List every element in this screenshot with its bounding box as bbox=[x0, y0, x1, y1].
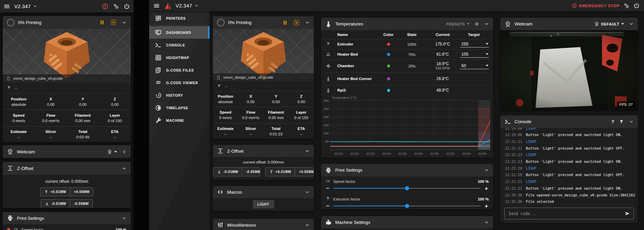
machine-settings-header: Machine Settings bbox=[321, 216, 493, 228]
zoffset-button-label: +0.01MM bbox=[276, 170, 291, 174]
stats-cell: Layer0 of 150 bbox=[289, 107, 314, 123]
chevron-down-icon[interactable] bbox=[305, 223, 310, 228]
speed-factor-track[interactable] bbox=[334, 188, 481, 189]
zoffset-button[interactable]: +0.01MM bbox=[40, 188, 70, 196]
chevron-down-icon[interactable] bbox=[122, 166, 127, 171]
color-cell[interactable] bbox=[379, 53, 398, 56]
status-card-header: 0% Printing bbox=[213, 16, 314, 29]
chevron-down-icon[interactable] bbox=[305, 149, 310, 154]
svg-text:50: 50 bbox=[325, 139, 329, 143]
sidebar-item-g-code-files[interactable]: G-CODE FILES bbox=[149, 64, 209, 76]
chevron-down-icon[interactable] bbox=[122, 20, 127, 25]
interface-settings-icon[interactable] bbox=[113, 3, 119, 10]
webcam-selector[interactable]: DEFAULT bbox=[594, 21, 624, 26]
svg-text:22:26: 22:26 bbox=[398, 152, 406, 155]
sidebar-item-g-code-viewer[interactable]: 3DG-CODE VIEWER bbox=[149, 76, 209, 89]
cancel-print-button[interactable] bbox=[110, 19, 117, 26]
menu-icon[interactable] bbox=[153, 2, 160, 9]
console-command: LIGHT bbox=[526, 128, 537, 130]
zoffset-button-label: -0.01MM bbox=[51, 202, 66, 206]
zoffset-button[interactable]: -0.05MM bbox=[242, 168, 260, 176]
gauge-icon bbox=[325, 179, 330, 184]
chevron-down-icon[interactable] bbox=[484, 168, 489, 173]
console-log[interactable]: 22:19:06LIGHT22:19:06Button 'Light' pres… bbox=[500, 128, 638, 205]
printer-icon bbox=[325, 167, 332, 174]
sidebar-item-dashboard[interactable]: DASHBOARD bbox=[149, 26, 209, 39]
webcam-selector[interactable] bbox=[107, 149, 117, 154]
console-line: 22:21:13LIGHT bbox=[505, 152, 633, 158]
chevron-down-icon[interactable] bbox=[305, 190, 310, 195]
gear-icon[interactable] bbox=[474, 21, 479, 26]
console-input[interactable] bbox=[508, 211, 622, 216]
zoffset-button[interactable]: +0.01MM bbox=[265, 168, 295, 176]
color-cell[interactable] bbox=[379, 43, 398, 46]
slider-thumb[interactable] bbox=[405, 186, 409, 190]
sidebar-item-heightmap[interactable]: HEIGHTMAP bbox=[149, 51, 209, 64]
send-icon[interactable] bbox=[625, 211, 630, 216]
zoffset-button[interactable]: -0.01MM bbox=[41, 199, 70, 208]
slider-thumb[interactable] bbox=[405, 204, 409, 208]
color-cell[interactable] bbox=[379, 77, 398, 80]
heater-icon bbox=[326, 52, 331, 57]
help-icon[interactable]: ? bbox=[611, 119, 614, 124]
power-icon[interactable] bbox=[633, 2, 640, 9]
pause-button[interactable] bbox=[99, 19, 105, 26]
decrease-button[interactable]: − bbox=[325, 203, 330, 209]
printer-select[interactable]: V2.347 bbox=[14, 3, 37, 9]
console-time: 22:21:21 bbox=[505, 186, 522, 190]
sidebar-item-history[interactable]: HISTORY bbox=[149, 89, 209, 101]
zoffset-button[interactable]: +0.05MM bbox=[70, 188, 93, 196]
heater-name: Heater Bed bbox=[337, 52, 379, 57]
increase-button[interactable]: + bbox=[484, 186, 489, 191]
sidebar-item-label: MACHINE bbox=[166, 118, 184, 122]
chevron-down-icon[interactable] bbox=[305, 20, 310, 25]
color-cell[interactable] bbox=[379, 64, 398, 68]
mainsail-mobile-app: V2.347 0% Printing bbox=[0, 0, 134, 230]
filter-icon[interactable] bbox=[619, 119, 624, 124]
printer-name: V2.347 bbox=[176, 3, 192, 8]
emergency-stop-icon[interactable] bbox=[102, 3, 108, 10]
status-card-header: 0% Printing bbox=[3, 16, 131, 29]
increase-button[interactable]: + bbox=[484, 203, 489, 209]
presets-dropdown[interactable]: PRESETS bbox=[446, 22, 469, 26]
zoffset-button[interactable]: -0.05MM bbox=[70, 199, 93, 208]
pause-button[interactable] bbox=[282, 19, 288, 26]
extruder-icon bbox=[325, 196, 330, 202]
history-icon bbox=[155, 92, 162, 99]
menu-icon[interactable] bbox=[3, 3, 10, 10]
target-input[interactable]: 50 bbox=[460, 63, 489, 69]
sidebar-item-console[interactable]: CONSOLE bbox=[149, 39, 209, 51]
cancel-print-button[interactable] bbox=[293, 19, 300, 26]
console-time: 22:19:06 bbox=[505, 128, 522, 130]
chevron-down-icon[interactable] bbox=[122, 216, 127, 221]
console-line: 22:21:11Button 'Light' pressed and switc… bbox=[505, 145, 633, 152]
speed-factor-value: 100 % bbox=[115, 228, 126, 230]
svg-text:Temperature [°C]: Temperature [°C] bbox=[332, 96, 356, 99]
sidebar-item-printers[interactable]: PRINTERS bbox=[149, 11, 209, 25]
miscellaneous-card: Miscellaneous bbox=[213, 219, 314, 230]
target-input[interactable]: 105 bbox=[460, 52, 489, 58]
zoffset-button[interactable]: -0.01MM bbox=[213, 168, 242, 176]
heater-name: Rpi3 bbox=[337, 88, 379, 93]
chevron-left-icon[interactable] bbox=[122, 149, 127, 154]
macro-button-light[interactable]: LIGHT bbox=[253, 200, 274, 209]
power-icon[interactable] bbox=[123, 3, 130, 10]
printer-select[interactable]: V2.347 bbox=[176, 3, 199, 8]
color-cell[interactable] bbox=[379, 89, 398, 92]
chevron-down-icon[interactable] bbox=[629, 21, 634, 26]
chevron-down-icon[interactable] bbox=[484, 220, 489, 225]
sidebar-item-timelapse[interactable]: TIMELAPSE bbox=[149, 101, 209, 114]
extrusion-factor-track[interactable] bbox=[334, 206, 481, 206]
chevron-down-icon[interactable] bbox=[629, 119, 634, 124]
temp-row-heater-bed: Heater Bed75%61.6°C105 bbox=[322, 49, 492, 59]
zoffset-button[interactable]: +0.05MM bbox=[295, 168, 314, 176]
chevron-down-icon[interactable] bbox=[484, 21, 489, 26]
stats-cell: Y0.00 bbox=[67, 94, 99, 110]
webcam-card: Webcam DEFAULT bbox=[500, 18, 638, 110]
target-input[interactable]: 255 bbox=[460, 41, 489, 47]
decrease-button[interactable]: − bbox=[325, 186, 330, 191]
emergency-stop-button[interactable]: EMERGENCY STOP bbox=[572, 3, 620, 8]
sidebar-item-machine[interactable]: MACHINE bbox=[149, 114, 209, 127]
print-settings-title: Print Settings bbox=[17, 216, 44, 221]
interface-settings-icon[interactable] bbox=[623, 2, 630, 9]
